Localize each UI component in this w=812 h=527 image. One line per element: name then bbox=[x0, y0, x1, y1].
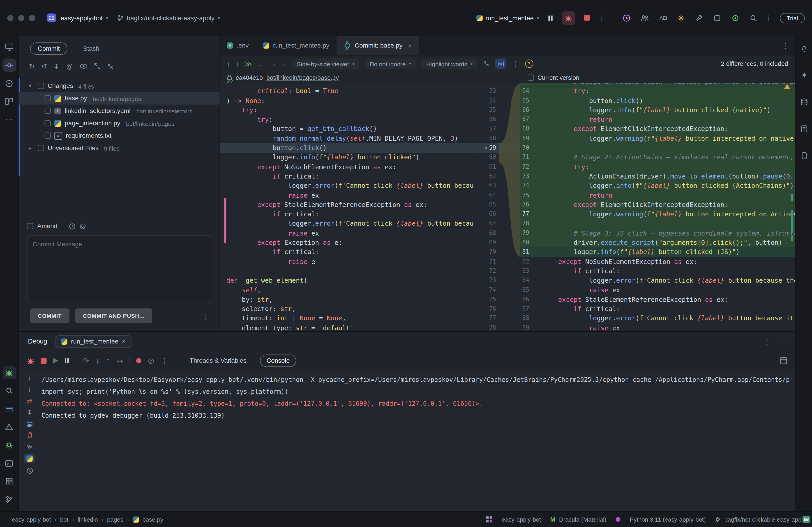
trial-badge[interactable]: Trial bbox=[780, 13, 805, 23]
services-toolwindow-button[interactable] bbox=[2, 475, 16, 488]
tab-stash[interactable]: Stash bbox=[76, 43, 106, 55]
tab-threads-variables[interactable]: Threads & Variables bbox=[183, 355, 252, 366]
ide-status-button[interactable] bbox=[728, 11, 742, 25]
unversioned-checkbox[interactable] bbox=[38, 145, 44, 151]
find-toolwindow-button[interactable] bbox=[2, 384, 16, 397]
scrollbar-mark[interactable] bbox=[791, 210, 793, 233]
tab-commit[interactable]: Commit bbox=[30, 42, 68, 55]
file-checkbox[interactable] bbox=[44, 120, 51, 126]
collaboration-button[interactable] bbox=[638, 11, 652, 25]
statusbar-interpreter[interactable]: Python 3.11 (easy-apply-bot) bbox=[630, 516, 706, 523]
settings-more-button[interactable]: ⋮ bbox=[765, 14, 772, 22]
breadcrumb-item[interactable]: easy-apply-bot bbox=[12, 516, 51, 523]
search-everywhere-button[interactable] bbox=[747, 11, 760, 25]
current-version-checkbox[interactable] bbox=[528, 74, 534, 80]
apply-non-conflicting-button[interactable]: ≫ bbox=[245, 60, 252, 67]
editor-tab[interactable]: Commit: base.py× bbox=[336, 36, 419, 55]
python-console-button[interactable] bbox=[24, 454, 35, 463]
tree-closed-icon[interactable]: ▸ bbox=[29, 146, 34, 151]
refresh-button[interactable]: ↻ bbox=[29, 62, 35, 70]
file-path-link[interactable]: bot/linkedin/pages/base.py bbox=[266, 74, 339, 81]
breadcrumb-item[interactable]: base.py bbox=[142, 516, 163, 523]
debug-console[interactable]: ↑ ↓ ⇄ ↧ ≫ /Users/miroslavpeskov/Desktop bbox=[19, 370, 796, 512]
console-more-button[interactable]: ≫ bbox=[24, 442, 35, 450]
statusbar-theme[interactable]: M Dracula (Material) bbox=[550, 516, 607, 523]
tools-button[interactable] bbox=[693, 11, 706, 25]
plugins-button[interactable] bbox=[710, 11, 724, 25]
run-more-button[interactable]: ⋮ bbox=[598, 14, 605, 22]
close-window-button[interactable] bbox=[7, 15, 14, 21]
project-toolwindow-button[interactable] bbox=[2, 95, 16, 108]
prev-change-button[interactable]: ← bbox=[258, 60, 264, 67]
mention-button[interactable]: @ bbox=[79, 223, 86, 230]
viewer-mode-dropdown[interactable]: Side-by-side viewer ▾ bbox=[292, 58, 359, 69]
changelist-at-button[interactable]: @ bbox=[66, 62, 73, 70]
expand-all-button[interactable] bbox=[94, 63, 101, 70]
changes-checkbox[interactable] bbox=[38, 83, 44, 89]
documentation-toolwindow-button[interactable] bbox=[797, 122, 811, 136]
breadcrumb-item[interactable]: bot bbox=[60, 516, 69, 523]
commit-button[interactable]: COMMIT bbox=[30, 308, 70, 323]
prev-difference-button[interactable]: ↑ bbox=[227, 60, 230, 67]
scroll-up-button[interactable]: ↑ bbox=[24, 374, 35, 382]
breadcrumb-item[interactable]: linkedin bbox=[77, 516, 98, 523]
help-button[interactable]: ? bbox=[525, 60, 534, 68]
commit-and-push-button[interactable]: COMMIT AND PUSH... bbox=[75, 308, 152, 323]
debug-options-kebab[interactable]: ⋮ bbox=[763, 337, 770, 346]
close-tab-icon[interactable]: × bbox=[408, 42, 411, 49]
rerun-debug-button[interactable] bbox=[27, 357, 34, 364]
pause-button[interactable] bbox=[544, 11, 557, 25]
next-change-button[interactable]: → bbox=[270, 60, 277, 67]
rollback-button[interactable]: ↺ bbox=[41, 62, 47, 70]
step-out-button[interactable]: ↑ bbox=[106, 356, 110, 365]
run-config-selector[interactable]: run_test_mentee ▾ bbox=[476, 14, 539, 21]
debug-toolwindow-button[interactable] bbox=[2, 366, 16, 379]
debug-more-kebab[interactable]: ⋮ bbox=[161, 357, 168, 365]
statusbar-project[interactable]: EB easy-apply-bot bbox=[502, 516, 541, 523]
pull-requests-button[interactable] bbox=[2, 77, 16, 90]
commit-history-button[interactable] bbox=[69, 223, 75, 229]
minimize-panel-button[interactable]: — bbox=[778, 337, 786, 346]
breadcrumb-item[interactable]: pages bbox=[107, 516, 124, 523]
collapse-unchanged-button[interactable] bbox=[483, 61, 490, 67]
preview-diff-button[interactable] bbox=[79, 63, 87, 69]
stop-debug-button[interactable] bbox=[41, 358, 46, 364]
translate-button[interactable]: A bbox=[656, 11, 670, 25]
debug-session-tab[interactable]: run_test_mentee × bbox=[56, 335, 131, 348]
step-into-button[interactable]: ↓ bbox=[96, 356, 100, 365]
database-toolwindow-button[interactable] bbox=[797, 95, 811, 109]
editor-tab[interactable]: run_test_mentee.py bbox=[256, 36, 336, 55]
ignore-mode-dropdown[interactable]: Do not ignore ▾ bbox=[365, 58, 416, 69]
ai-assistant-button[interactable] bbox=[620, 11, 633, 25]
project-selector[interactable]: easy-apply-bot ▾ bbox=[61, 14, 108, 21]
python-packages-button[interactable] bbox=[2, 402, 16, 416]
amend-checkbox[interactable] bbox=[27, 223, 33, 229]
more-toolwindows-button[interactable]: ⋯ bbox=[2, 113, 16, 126]
current-version-toggle[interactable]: Current version bbox=[528, 72, 579, 83]
tabbar-more-kebab[interactable]: ⋮ bbox=[782, 42, 796, 50]
plugin-star-button[interactable] bbox=[674, 11, 688, 25]
changed-file-row[interactable]: page_interaction.pybot/linkedin/pages bbox=[19, 117, 220, 130]
commit-options-kebab[interactable]: ⋮ bbox=[201, 313, 209, 321]
tab-console[interactable]: Console bbox=[260, 355, 296, 367]
file-checkbox[interactable] bbox=[44, 108, 51, 114]
highlight-mode-dropdown[interactable]: Highlight words ▾ bbox=[422, 58, 477, 69]
scroll-to-end-button[interactable]: ↧ bbox=[24, 408, 35, 416]
close-session-icon[interactable]: × bbox=[122, 338, 126, 345]
changed-file-row[interactable]: ≡requirements.txt bbox=[19, 130, 220, 142]
vcs-toolwindow-button[interactable] bbox=[2, 493, 16, 506]
step-over-button[interactable]: ↷ bbox=[82, 356, 89, 366]
scroll-down-button[interactable]: ↓ bbox=[24, 386, 35, 393]
view-breakpoints-button[interactable] bbox=[136, 358, 141, 363]
notifications-button[interactable] bbox=[797, 42, 811, 55]
window-layout-icon[interactable] bbox=[486, 516, 493, 523]
editor-tab[interactable]: #.env bbox=[219, 36, 256, 55]
stop-button[interactable] bbox=[580, 11, 594, 25]
pause-debug-button[interactable] bbox=[64, 358, 70, 364]
running-devices-button[interactable] bbox=[2, 40, 16, 54]
settings-sync-button[interactable] bbox=[2, 438, 16, 452]
console-history-button[interactable] bbox=[24, 467, 35, 475]
shelve-button[interactable]: ↧ bbox=[54, 62, 59, 70]
soft-wrap-button[interactable]: ⇄ bbox=[24, 397, 35, 405]
device-manager-button[interactable] bbox=[797, 149, 811, 163]
